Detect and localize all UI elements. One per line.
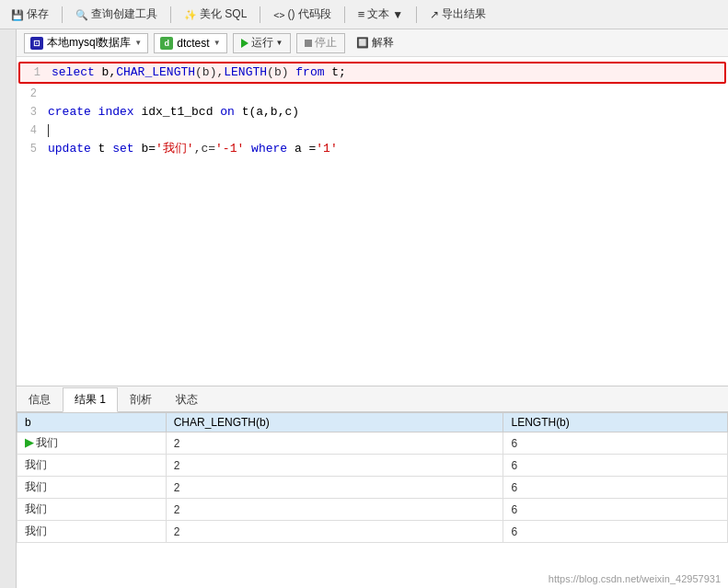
beautify-button[interactable]: 美化 SQL — [180, 5, 250, 24]
save-icon — [11, 8, 24, 21]
db-selector-bar: ⊡ 本地mysql数据库 ▼ d dtctest ▼ 运行 ▼ 停止 — [17, 29, 728, 57]
run-arrow: ▼ — [276, 39, 283, 47]
tab-status-label: 状态 — [176, 393, 198, 406]
save-label: 保存 — [27, 6, 49, 22]
export-icon — [430, 8, 439, 21]
line-num-4: 4 — [17, 121, 44, 140]
toolbar-separator-2 — [170, 6, 171, 23]
toolbar: 保存 查询创建工具 美化 SQL () 代码段 文本 ▼ 导出结果 — [0, 0, 728, 29]
line-content-4 — [44, 121, 728, 140]
run-button[interactable]: 运行 ▼ — [233, 33, 292, 53]
local-db-label: 本地mysql数据库 — [47, 35, 131, 51]
local-db-selector[interactable]: ⊡ 本地mysql数据库 ▼ — [24, 33, 148, 53]
run-label: 运行 — [251, 35, 273, 51]
col-header-char-length: CHAR_LENGTH(b) — [166, 413, 503, 432]
line-content-1: select b,CHAR_LENGTH(b),LENGTH(b) from t… — [48, 63, 724, 82]
tab-result1-label: 结果 1 — [75, 393, 106, 406]
table-row: 我们 2 6 — [17, 499, 728, 521]
sidebar — [0, 29, 17, 588]
cell-len: 6 — [503, 455, 728, 477]
db-name-arrow: ▼ — [214, 39, 221, 47]
export-label: 导出结果 — [442, 6, 486, 22]
col-header-b: b — [17, 413, 167, 432]
table-row: ▶ 我们 2 6 — [17, 432, 728, 455]
cell-b: 我们 — [17, 455, 167, 477]
beautify-label: 美化 SQL — [200, 6, 247, 22]
sql-line-3: 3 create index idx_t1_bcd on t(a,b,c) — [17, 103, 728, 121]
text-cursor — [48, 124, 49, 137]
cell-len: 6 — [503, 499, 728, 521]
sql-line-4: 4 — [17, 121, 728, 140]
editor-area: ⊡ 本地mysql数据库 ▼ d dtctest ▼ 运行 ▼ 停止 — [17, 29, 728, 588]
line-num-1: 1 — [20, 63, 48, 82]
toolbar-separator-1 — [62, 6, 63, 23]
text-label: 文本 — [367, 6, 389, 22]
results-table: b CHAR_LENGTH(b) LENGTH(b) ▶ 我们 2 6 — [17, 412, 728, 543]
code-label: () 代码段 — [287, 6, 330, 22]
line-content-2 — [44, 85, 728, 103]
cell-b: 我们 — [17, 477, 167, 499]
sql-editor[interactable]: 1 select b,CHAR_LENGTH(b),LENGTH(b) from… — [17, 57, 728, 386]
cell-char-len: 2 — [166, 477, 503, 499]
text-dropdown-icon: ▼ — [392, 8, 403, 21]
local-db-arrow: ▼ — [134, 39, 142, 47]
toolbar-separator-4 — [344, 6, 345, 23]
row-indicator: ▶ — [25, 436, 36, 449]
query-icon — [75, 8, 88, 21]
content-area: ⊡ 本地mysql数据库 ▼ d dtctest ▼ 运行 ▼ 停止 — [0, 29, 728, 588]
run-play-icon — [241, 39, 248, 48]
table-row: 我们 2 6 — [17, 455, 728, 477]
tab-info-label: 信息 — [29, 393, 51, 406]
cell-char-len: 2 — [166, 455, 503, 477]
query-builder-label: 查询创建工具 — [91, 6, 157, 22]
cell-char-len: 2 — [166, 432, 503, 455]
text-button[interactable]: 文本 ▼ — [354, 5, 407, 24]
line-num-2: 2 — [17, 85, 44, 103]
export-button[interactable]: 导出结果 — [426, 5, 490, 24]
line-num-3: 3 — [17, 103, 44, 121]
code-icon — [273, 8, 284, 21]
cell-b: ▶ 我们 — [17, 432, 167, 455]
cell-b: 我们 — [17, 499, 167, 521]
db-name-icon: d — [160, 37, 173, 50]
tab-profile-label: 剖析 — [130, 393, 152, 406]
explain-icon: 🔲 — [356, 37, 369, 49]
explain-button[interactable]: 🔲 解释 — [351, 33, 399, 53]
sql-line-5: 5 update t set b='我们',c='-1' where a ='1… — [17, 140, 728, 158]
watermark-text: https://blog.csdn.net/weixin_42957931 — [549, 573, 721, 584]
tab-result1[interactable]: 结果 1 — [63, 387, 118, 412]
query-builder-button[interactable]: 查询创建工具 — [72, 5, 161, 24]
toolbar-separator-3 — [260, 6, 260, 23]
cell-len: 6 — [503, 521, 728, 543]
sql-line-1: 1 select b,CHAR_LENGTH(b),LENGTH(b) from… — [18, 62, 726, 84]
line-content-5: update t set b='我们',c='-1' where a ='1' — [44, 140, 728, 158]
results-tabs: 信息 结果 1 剖析 状态 — [17, 386, 728, 412]
cell-char-len: 2 — [166, 521, 503, 543]
beautify-icon — [184, 8, 197, 21]
save-button[interactable]: 保存 — [7, 5, 52, 24]
results-table-container[interactable]: b CHAR_LENGTH(b) LENGTH(b) ▶ 我们 2 6 — [17, 412, 728, 588]
tab-info[interactable]: 信息 — [17, 387, 63, 412]
cell-len: 6 — [503, 477, 728, 499]
table-header-row: b CHAR_LENGTH(b) LENGTH(b) — [17, 413, 728, 432]
stop-label: 停止 — [315, 35, 337, 51]
explain-label: 解释 — [372, 35, 394, 51]
cell-len: 6 — [503, 432, 728, 455]
toolbar-separator-5 — [416, 6, 417, 23]
table-row: 我们 2 6 — [17, 521, 728, 543]
tab-status[interactable]: 状态 — [164, 387, 210, 412]
cell-char-len: 2 — [166, 499, 503, 521]
watermark: https://blog.csdn.net/weixin_42957931 — [549, 573, 721, 584]
results-panel: 信息 结果 1 剖析 状态 — [17, 386, 728, 588]
line-content-3: create index idx_t1_bcd on t(a,b,c) — [44, 103, 728, 121]
code-snippet-button[interactable]: () 代码段 — [270, 5, 334, 24]
line-num-5: 5 — [17, 140, 44, 158]
sql-line-2: 2 — [17, 85, 728, 103]
db-name-label: dtctest — [177, 37, 209, 50]
tab-profile[interactable]: 剖析 — [118, 387, 164, 412]
stop-button[interactable]: 停止 — [296, 33, 345, 53]
text-icon — [358, 7, 365, 21]
col-header-length: LENGTH(b) — [503, 413, 728, 432]
table-row: 我们 2 6 — [17, 477, 728, 499]
db-name-selector[interactable]: d dtctest ▼ — [154, 33, 226, 53]
